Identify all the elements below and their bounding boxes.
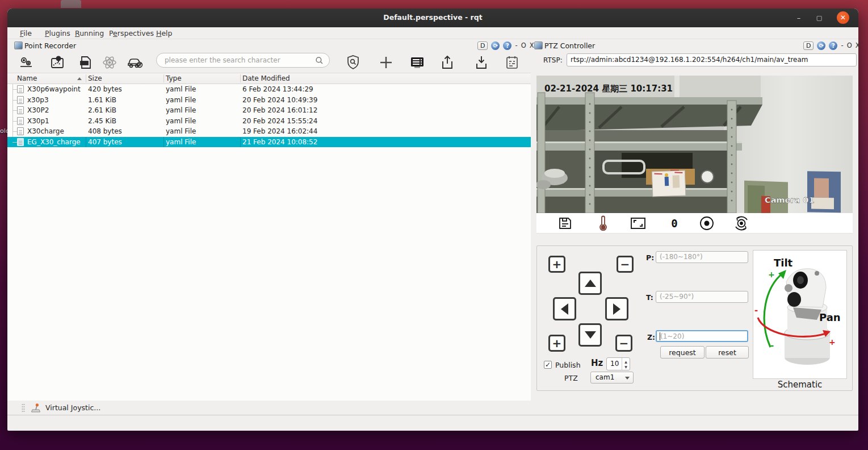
camera-select-dropdown[interactable]: cam1	[590, 372, 634, 384]
cell: 20 Feb 2024 15:55:24	[242, 117, 317, 125]
camera-rotate-icon[interactable]	[732, 215, 751, 232]
cell: 1.61 KiB	[88, 96, 116, 104]
window-close-button[interactable]: ✕	[837, 11, 849, 24]
titlebar[interactable]: Default.perspective - rqt – ▢ ✕	[7, 9, 858, 27]
window-maximize-button[interactable]: ▢	[812, 9, 827, 27]
ptz-title-label: PTZ Controller	[544, 41, 595, 50]
video-timestamp: 02-21-2024 星期三 10:17:31	[544, 84, 673, 94]
column-size[interactable]: Size	[88, 74, 102, 82]
zoom-field-label: Z:	[647, 333, 655, 341]
table-row[interactable]: X30P22.61 KiByaml File20 Feb 2024 16:01:…	[7, 105, 531, 116]
virtual-joystick-label: Virtual Joystic...	[45, 403, 100, 412]
tilt-placeholder: (-25~90°)	[660, 293, 694, 301]
publish-checkbox[interactable]: ✓	[544, 361, 552, 369]
vehicle-disabled-icon[interactable]	[125, 54, 145, 71]
desktop-folder-icon[interactable]	[61, 0, 81, 8]
menu-perspectives[interactable]: Perspectives	[109, 29, 154, 38]
menu-file[interactable]: File	[20, 29, 32, 38]
table-row[interactable]: X30charge408 bytesyaml File19 Feb 2024 1…	[7, 126, 531, 137]
detach-button[interactable]: D	[477, 41, 488, 50]
plugin-icon	[534, 41, 543, 49]
cell: yaml File	[166, 138, 196, 146]
zoom-level-indicator[interactable]: 0	[665, 215, 684, 232]
tilt-down-button[interactable]	[578, 323, 602, 347]
schematic-tilt-label: Tilt	[774, 257, 793, 269]
thermometer-icon[interactable]	[593, 215, 613, 232]
pan-input[interactable]: (-180~180°)	[656, 251, 748, 263]
column-date-modified[interactable]: Date Modified	[242, 74, 290, 82]
task-list-icon[interactable]	[502, 54, 522, 71]
table-header[interactable]: Name Size Type Date Modified	[7, 73, 531, 84]
export-icon[interactable]	[438, 54, 457, 71]
record-icon[interactable]	[697, 215, 716, 232]
waypoint-map-icon[interactable]	[48, 54, 67, 71]
search-input[interactable]: please enter the search character	[156, 53, 330, 68]
virtual-joystick-bar[interactable]: Virtual Joystic...	[7, 401, 858, 415]
camera-video-feed[interactable]: 02-21-2024 星期三 10:17:31 Camera 01	[536, 76, 853, 213]
spinner-arrows-icon[interactable]: ▲▼	[622, 358, 630, 370]
menu-running[interactable]: Running	[75, 29, 104, 38]
window-minimize-button[interactable]: –	[791, 9, 806, 27]
reset-button[interactable]: reset	[706, 346, 749, 359]
help-icon[interactable]: ?	[829, 41, 837, 50]
dock-close-button[interactable]: X	[856, 41, 860, 49]
display-list-icon[interactable]	[408, 54, 427, 71]
save-icon[interactable]	[555, 215, 575, 232]
ptz-dock-controls: D ⟳ ? - O X	[803, 40, 860, 51]
search-placeholder: please enter the search character	[165, 56, 280, 64]
request-button[interactable]: request	[660, 346, 705, 359]
zoom-placeholder: (1~20)	[660, 332, 684, 340]
yaml-document-icon	[17, 138, 24, 146]
point-recorder-title-label: Point Recorder	[24, 41, 76, 50]
yaml-file-icon[interactable]	[76, 54, 95, 71]
tilt-minus-button[interactable]: −	[617, 256, 634, 273]
tilt-plus-button[interactable]: +	[548, 256, 565, 273]
zoom-input[interactable]: (1~20)	[656, 330, 748, 342]
add-icon[interactable]	[376, 54, 396, 71]
settings-gears-icon[interactable]	[16, 54, 36, 71]
cell: yaml File	[166, 96, 196, 104]
sort-ascending-icon	[77, 77, 82, 80]
help-icon[interactable]: ?	[503, 41, 511, 50]
table-row[interactable]: EG_X30_charge407 bytesyaml File21 Feb 20…	[7, 137, 531, 148]
pan-right-button[interactable]	[605, 297, 628, 320]
table-row[interactable]: x30p31.61 KiByaml File20 Feb 2024 10:49:…	[7, 95, 531, 106]
detach-button[interactable]: D	[803, 41, 814, 50]
table-row[interactable]: X30p12.45 KiByaml File20 Feb 2024 15:55:…	[7, 116, 531, 127]
reload-icon[interactable]: ⟳	[491, 41, 500, 50]
zoom-in-button[interactable]: +	[548, 335, 565, 352]
column-type[interactable]: Type	[166, 74, 182, 82]
menu-plugins[interactable]: Plugins	[45, 29, 70, 38]
dock-maximize-button[interactable]: O	[847, 41, 852, 49]
dock-float-button[interactable]: -	[841, 41, 843, 49]
dock-float-button[interactable]: -	[515, 41, 517, 49]
tilt-input[interactable]: (-25~90°)	[656, 291, 748, 303]
right-arrow-icon	[613, 303, 620, 315]
dock-close-button[interactable]: X	[530, 41, 534, 49]
rtsp-input[interactable]: rtsp://admin:abcd1234@192.168.1.202:554/…	[567, 53, 857, 66]
table-row[interactable]: X30p6waypoint420 bytesyaml File6 Feb 202…	[7, 84, 531, 95]
import-icon[interactable]	[472, 54, 491, 71]
shield-search-icon[interactable]	[343, 54, 363, 71]
ptz-panel-title: PTZ Controller	[534, 39, 595, 52]
ptz-select-label: PTZ	[564, 374, 578, 382]
cell: yaml File	[166, 85, 196, 93]
fullscreen-icon[interactable]	[628, 215, 648, 232]
window-title: Default.perspective - rqt	[7, 13, 858, 22]
ros-icon[interactable]	[100, 54, 119, 71]
hz-spinbox[interactable]: 10 ▲▼	[606, 357, 630, 370]
menu-help[interactable]: Help	[156, 29, 173, 38]
cell: yaml File	[166, 106, 196, 114]
column-name[interactable]: Name	[17, 74, 37, 82]
hz-label: Hz	[591, 358, 603, 368]
zoom-out-button[interactable]: −	[615, 335, 632, 352]
tilt-minus-sign: -	[770, 340, 774, 351]
tilt-up-button[interactable]	[578, 272, 602, 295]
dock-maximize-button[interactable]: O	[521, 41, 526, 49]
yaml-document-icon	[17, 96, 24, 104]
up-arrow-icon	[585, 280, 596, 287]
schematic-pan-label: Pan	[819, 311, 841, 323]
drag-handle-icon[interactable]	[22, 403, 25, 413]
reload-icon[interactable]: ⟳	[817, 41, 825, 50]
pan-left-button[interactable]	[553, 297, 576, 320]
